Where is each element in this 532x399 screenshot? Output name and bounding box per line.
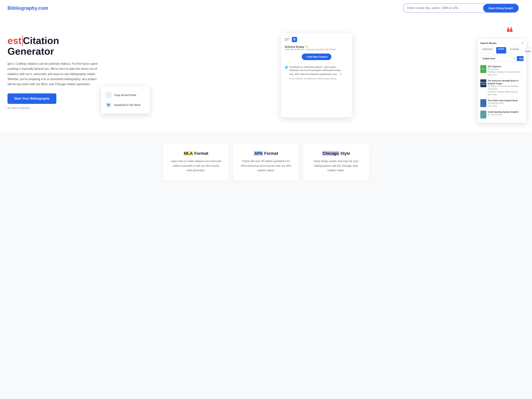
search-books-panel: Search Books ✕ WEBPAGE BOOK JOURNAL | MO… [478, 39, 526, 123]
hero-title-prefix: est [7, 35, 23, 46]
quote-decoration-icon: ❝ [506, 26, 513, 39]
clear-icon[interactable]: ✕ [512, 57, 517, 60]
feature-title-mla: MLA Format [170, 151, 222, 156]
hero-right: ❝ B Science Essay ✏️ Style: MLA 8 (Moder… [108, 27, 525, 117]
book-meta-1: By: Johanna Publisher: Research & Educat… [488, 68, 524, 76]
apa-highlight: APA [254, 151, 263, 156]
copy-paste-label: Copy All and Paste [114, 94, 136, 97]
header-search-bar[interactable]: Start Citing Smart! [403, 3, 519, 13]
hamburger-icon [285, 37, 290, 42]
feature-title-chicago: Chicago Style [310, 151, 362, 156]
book-result-3[interactable]: The Child's Own English Book By: Alice E… [480, 98, 524, 109]
feature-card-chicago: Chicago Style Keep things simple and eas… [303, 144, 369, 180]
feature-desc-apa: Follow 6th and 7th edition guidelines fo… [240, 159, 292, 173]
book-thumb-2: ENGLISH Usage [480, 79, 486, 87]
book-title-2: The American Heritage Book of English Us… [488, 79, 524, 85]
feature-card-mla: MLA Format Learn how to make citations a… [163, 144, 229, 180]
word-icon: W [106, 102, 112, 108]
citation-entry: 🌐 Contributors to Wikimedia projects. "J… [285, 63, 348, 82]
close-icon[interactable]: ✕ [521, 41, 524, 45]
features-section: MLA Format Learn how to make citations a… [0, 132, 532, 191]
globe-icon: 🌐 [285, 66, 288, 69]
hero-left: estCitation Generator get it. Crafting c… [7, 35, 108, 109]
feature-card-apa: APA Format Follow 6th and 7th edition gu… [233, 144, 299, 180]
features-grid: MLA Format Learn how to make citations a… [163, 144, 369, 180]
hero-title: estCitation Generator [7, 35, 101, 57]
feature-desc-chicago: Keep things simple and easy for your bib… [310, 159, 362, 173]
app-card-header: B [285, 37, 348, 42]
chicago-highlight: Chicago [322, 151, 339, 156]
start-bibliography-button[interactable]: Start Your Bibliography [7, 93, 56, 104]
search-button[interactable]: SEARCH [517, 56, 524, 61]
download-word-label: Download to MS Word [114, 103, 140, 107]
mla-highlight: MLA [184, 151, 193, 156]
app-mockup-card: B Science Essay ✏️ Style: MLA 8 (Modern … [281, 33, 352, 117]
essay-title: Science Essay ✏️ [285, 45, 348, 48]
b-logo-icon: B [292, 37, 297, 42]
book-meta-2: By: Editors of the American Heritage Dic… [488, 85, 524, 96]
feature-title-apa: APA Format [240, 151, 292, 156]
book-search-input-row: ✕ SEARCH [480, 56, 524, 61]
book-thumb-1: ESL [480, 65, 486, 73]
copy-all-paste-item[interactable]: 📄 Copy All and Paste [106, 90, 145, 100]
tab-journal[interactable]: JOURNAL [508, 47, 521, 54]
book-info-1: ESL Beginner By: Johanna Publisher: Rese… [488, 65, 524, 76]
citation-source: 🌐 Contributors to Wikimedia projects. "J… [285, 65, 348, 80]
hero-section: estCitation Generator get it. Crafting c… [0, 16, 532, 132]
book-meta-3: By: Alice Eliza Bott Year: 1920 [488, 102, 524, 108]
citation-text: Contributors to Wikimedia projects. "Jan… [289, 65, 342, 76]
search-panel-header: Search Books ✕ [480, 41, 524, 45]
book-title-4: Understanding Spoken English [488, 111, 524, 113]
book-meta-4: By: Susan Brown [488, 113, 524, 116]
logo[interactable]: Bibliography.com [7, 5, 48, 11]
book-thumb-4 [480, 111, 486, 119]
book-search-input[interactable] [481, 56, 512, 61]
book-result-1[interactable]: ESL ESL Beginner By: Johanna Publisher: … [480, 64, 524, 78]
book-thumb-3 [480, 99, 486, 107]
source-tabs: WEBPAGE BOOK JOURNAL | MORE [480, 47, 524, 54]
no-signin-label: No sign-in required [7, 107, 101, 109]
in-text-citation: In-text Citation: (Contributors to Wikim… [289, 77, 342, 80]
search-panel-title: Search Books [480, 42, 497, 44]
book-result-2[interactable]: ENGLISH Usage The American Heritage Book… [480, 78, 524, 98]
copy-icon[interactable]: ⧉ [340, 72, 342, 76]
download-word-item[interactable]: W Download to MS Word [106, 100, 145, 110]
book-title-3: The Child's Own English Book [488, 99, 524, 102]
hero-description: get it. Crafting citations can be painfu… [7, 61, 101, 87]
add-citation-button[interactable]: + Add New Citation [302, 54, 331, 60]
header: Bibliography.com Start Citing Smart! [0, 0, 532, 16]
book-info-2: The American Heritage Book of English Us… [488, 79, 524, 96]
book-title-1: ESL Beginner [488, 65, 524, 68]
tab-book[interactable]: BOOK [496, 47, 506, 54]
book-result-4[interactable]: Understanding Spoken English By: Susan B… [480, 109, 524, 120]
tab-more[interactable]: | MORE [523, 47, 532, 54]
book-info-3: The Child's Own English Book By: Alice E… [488, 99, 524, 108]
book-info-4: Understanding Spoken English By: Susan B… [488, 111, 524, 116]
essay-subtitle: Style: MLA 8 (Modern Language Associatio… [285, 48, 348, 51]
start-citing-button[interactable]: Start Citing Smart! [483, 4, 519, 12]
search-input[interactable] [403, 4, 483, 12]
feature-desc-mla: Learn how to make citations accurate and… [170, 159, 222, 173]
export-popup: 📄 Copy All and Paste W Download to MS Wo… [101, 87, 150, 114]
edit-icon: ✏️ [305, 45, 308, 48]
tab-webpage[interactable]: WEBPAGE [480, 47, 495, 54]
copy-doc-icon: 📄 [106, 92, 112, 98]
